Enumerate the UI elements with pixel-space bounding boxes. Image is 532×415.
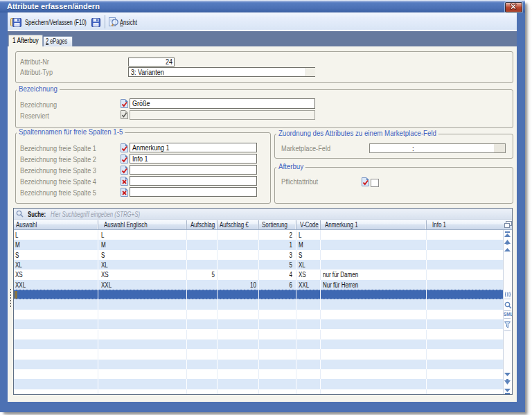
svg-text:SML: SML xyxy=(504,312,512,317)
